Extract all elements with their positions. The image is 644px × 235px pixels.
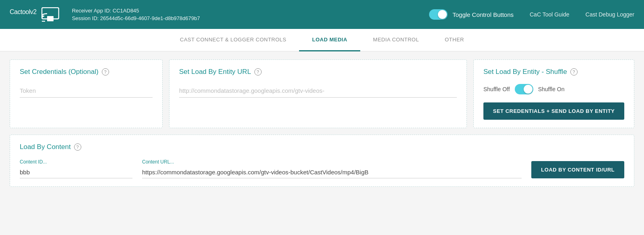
header-nav: CaC Tool Guide Cast Debug Logger [530, 11, 634, 18]
toggle-label: Toggle Control Buttons [452, 11, 514, 18]
session-id: Session ID: 26544d5c-66d9-4607-9de1-d8b9… [72, 15, 421, 21]
shuffle-toggle[interactable] [515, 84, 533, 94]
svg-rect-2 [47, 16, 54, 21]
content-url-value[interactable]: https://commondatastorage.googleapis.com… [142, 166, 522, 178]
shuffle-help-icon[interactable]: ? [570, 68, 578, 76]
entity-url-card: Set Load By Entity URL ? [169, 59, 467, 128]
load-content-card-title: Load By Content ? [20, 143, 624, 151]
top-cards-row: Set Credentials (Optional) ? Set Load By… [10, 59, 634, 128]
entity-url-input[interactable] [179, 84, 457, 98]
tab-load-media[interactable]: LOAD MEDIA [299, 29, 360, 51]
receiver-app-id: Receiver App ID: CC1AD845 [72, 8, 421, 14]
token-input[interactable] [20, 84, 153, 98]
load-by-content-button[interactable]: LOAD BY CONTENT ID/URL [531, 161, 624, 178]
content-url-group: Content URL... https://commondatastorage… [142, 159, 522, 178]
header-info: Receiver App ID: CC1AD845 Session ID: 26… [72, 8, 421, 21]
shuffle-on-label: Shuffle On [538, 86, 565, 92]
shuffle-card: Set Load By Entity - Shuffle ? Shuffle O… [473, 59, 634, 128]
cac-tool-guide-link[interactable]: CaC Tool Guide [530, 11, 570, 18]
load-content-body: Content ID... bbb Content URL... https:/… [20, 159, 624, 178]
header-logo: Cactoolv2 [10, 7, 59, 22]
credentials-help-icon[interactable]: ? [102, 68, 109, 76]
cast-debug-logger-link[interactable]: Cast Debug Logger [586, 11, 634, 18]
toggle-control-buttons[interactable] [429, 9, 448, 20]
toggle-section: Toggle Control Buttons [429, 9, 514, 20]
credentials-card-title: Set Credentials (Optional) ? [20, 68, 153, 76]
main-content: Set Credentials (Optional) ? Set Load By… [0, 51, 644, 195]
tab-media-control[interactable]: MEDIA CONTROL [360, 29, 432, 51]
credentials-card: Set Credentials (Optional) ? [10, 59, 163, 128]
content-id-value[interactable]: bbb [20, 166, 132, 178]
content-id-label: Content ID... [20, 159, 132, 165]
load-content-card: Load By Content ? Content ID... bbb Cont… [10, 135, 634, 187]
set-credentials-send-load-button[interactable]: SET CREDENTIALS + SEND LOAD BY ENTITY [483, 102, 624, 120]
tab-cast-connect[interactable]: CAST CONNECT & LOGGER CONTROLS [167, 29, 299, 51]
tab-other[interactable]: OTHER [432, 29, 477, 51]
content-url-label: Content URL... [142, 159, 522, 165]
shuffle-toggle-row: Shuffle Off Shuffle On [483, 84, 624, 94]
shuffle-card-title: Set Load By Entity - Shuffle ? [483, 68, 624, 76]
cast-icon [41, 7, 59, 22]
app-header: Cactoolv2 Receiver App ID: CC1AD845 Sess… [0, 0, 644, 29]
entity-url-card-title: Set Load By Entity URL ? [179, 68, 457, 76]
tabs-bar: CAST CONNECT & LOGGER CONTROLS LOAD MEDI… [0, 29, 644, 51]
logo-text: Cactoolv2 [10, 8, 37, 21]
content-id-group: Content ID... bbb [20, 159, 132, 178]
shuffle-off-label: Shuffle Off [483, 86, 510, 92]
entity-url-help-icon[interactable]: ? [254, 68, 262, 76]
load-content-help-icon[interactable]: ? [74, 143, 81, 151]
